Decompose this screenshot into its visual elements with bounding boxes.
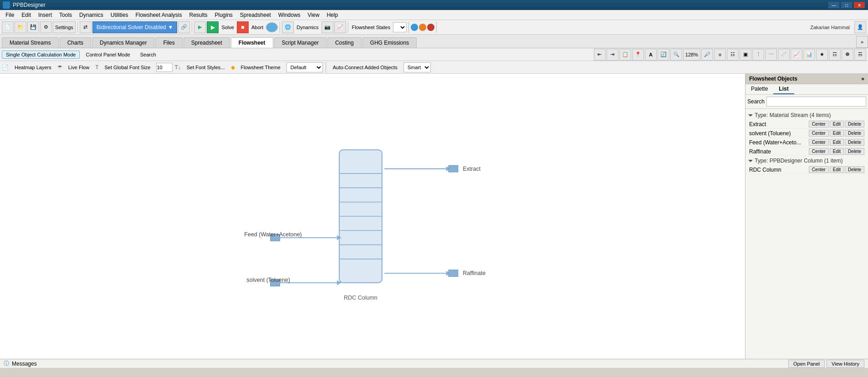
tb-icon-copy[interactable]: 📋: [619, 49, 631, 61]
tb-icon-misc2[interactable]: ☸: [842, 49, 853, 61]
heatmap-layers-btn[interactable]: Heatmap Layers: [10, 63, 56, 71]
fs-extract-delete-btn[interactable]: Delete: [845, 121, 864, 127]
open-panel-button[interactable]: Open Panel: [788, 360, 825, 368]
fsobjects-search-input[interactable]: [766, 97, 866, 107]
menu-plugins[interactable]: Plugins: [211, 11, 236, 19]
fsobjects-tab-list[interactable]: List: [773, 84, 794, 94]
tb-icon-zoom-in[interactable]: 🔍: [670, 49, 682, 61]
tb-icon-align1[interactable]: ⋮: [752, 49, 764, 61]
tb-save[interactable]: 💾: [27, 21, 39, 33]
tb-camera[interactable]: 📷: [322, 21, 333, 33]
fs-raffinate-edit-btn[interactable]: Edit: [830, 148, 844, 155]
font-size-input[interactable]: [156, 63, 173, 72]
tb-settings-label[interactable]: Settings: [53, 21, 76, 33]
tb-icon-box[interactable]: ▣: [740, 49, 751, 61]
flowsheet-states-dropdown[interactable]: [393, 22, 407, 32]
fs-rdc-center-btn[interactable]: Center: [809, 166, 829, 173]
maximize-button[interactable]: □: [841, 1, 853, 9]
tb-bidirectional-icon[interactable]: ⇄: [80, 21, 92, 33]
fs-solvent-delete-btn[interactable]: Delete: [845, 130, 864, 137]
menu-help[interactable]: Help: [323, 11, 342, 19]
material-stream-type-header[interactable]: Type: Material Stream (4 items): [747, 111, 866, 120]
close-button[interactable]: ✕: [853, 1, 865, 9]
fsobjects-tab-palette[interactable]: Palette: [745, 84, 773, 94]
single-object-mode-btn[interactable]: Single Object Calculation Mode: [2, 51, 80, 59]
fs-extract-edit-btn[interactable]: Edit: [830, 121, 844, 127]
fs-solvent-edit-btn[interactable]: Edit: [830, 130, 844, 137]
solver-button[interactable]: Bidirectional Solver Disabled ▼: [92, 21, 178, 33]
fsobjects-collapse-btn[interactable]: »: [861, 76, 864, 82]
tb-icon-misc1[interactable]: ☶: [829, 49, 841, 61]
tab-ghg-emissions[interactable]: GHG Emissions: [363, 37, 417, 48]
menu-windows[interactable]: Windows: [275, 11, 304, 19]
tab-dynamics-manager[interactable]: Dynamics Manager: [92, 37, 154, 48]
flowsheet-canvas[interactable]: RDC Column Feed (Water+Acetone) solvent …: [0, 74, 745, 359]
tb-icon-align2[interactable]: ⋯: [765, 49, 777, 61]
set-global-font-size-btn[interactable]: Set Global Font Size: [101, 63, 155, 71]
set-font-styles-btn[interactable]: Set Font Styles...: [183, 63, 229, 71]
tab-charts[interactable]: Charts: [60, 37, 91, 48]
tab-expand-icon[interactable]: »: [856, 36, 868, 48]
menu-results[interactable]: Results: [185, 11, 211, 19]
tb-icon-chart2[interactable]: 📈: [791, 49, 802, 61]
menu-dynamics[interactable]: Dynamics: [76, 11, 107, 19]
menu-file[interactable]: File: [2, 11, 18, 19]
menu-edit[interactable]: Edit: [18, 11, 35, 19]
control-panel-mode-btn[interactable]: Control Panel Mode: [82, 51, 134, 59]
tb-dynamics[interactable]: 🌐: [282, 21, 294, 33]
fs-feed-edit-btn[interactable]: Edit: [830, 139, 844, 146]
tab-material-streams[interactable]: Material Streams: [2, 37, 59, 48]
fs-feed-center-btn[interactable]: Center: [809, 139, 829, 146]
tb-run-icon[interactable]: ▶: [194, 21, 206, 33]
menu-view[interactable]: View: [304, 11, 323, 19]
search-mode-btn[interactable]: Search: [136, 51, 160, 59]
tb-chart[interactable]: 📈: [334, 21, 346, 33]
tb-font-b[interactable]: 🔄: [658, 49, 669, 61]
tb-icon-a1[interactable]: ⇤: [594, 49, 606, 61]
tb-icon-grid[interactable]: ☷: [727, 49, 739, 61]
fs-extract-center-btn[interactable]: Center: [809, 121, 829, 127]
view-history-button[interactable]: View History: [827, 360, 864, 368]
theme-dropdown[interactable]: Default: [286, 62, 323, 72]
tab-flowsheet[interactable]: Flowsheet: [231, 37, 273, 48]
ppbdesigner-type-header[interactable]: Type: PPBDesigner Column (1 item): [747, 156, 866, 165]
tb-icon-paste[interactable]: 📍: [632, 49, 644, 61]
tb-icon-a2[interactable]: ⇥: [607, 49, 618, 61]
flowsheet-theme-btn[interactable]: Flowsheet Theme: [237, 63, 285, 71]
tb-icon-bar[interactable]: 📊: [803, 49, 815, 61]
fs-feed-delete-btn[interactable]: Delete: [845, 139, 864, 146]
tb-user-icon[interactable]: 👤: [854, 21, 866, 33]
tb-open[interactable]: 📁: [15, 21, 26, 33]
tb-icon-star[interactable]: ★: [816, 49, 828, 61]
menu-utilities[interactable]: Utilities: [107, 11, 132, 19]
tb-link[interactable]: 🔗: [178, 21, 190, 33]
tb-new[interactable]: 📄: [2, 21, 14, 33]
tb-icon-align3[interactable]: ⋰: [778, 49, 790, 61]
menu-flowsheet-analysis[interactable]: Flowsheet Analysis: [132, 11, 185, 19]
tab-spreadsheet[interactable]: Spreadsheet: [184, 37, 230, 48]
auto-connect-dropdown[interactable]: Smart: [403, 62, 431, 72]
minimize-button[interactable]: —: [828, 1, 840, 9]
menu-spreadsheet[interactable]: Spreadsheet: [236, 11, 275, 19]
tab-files[interactable]: Files: [155, 37, 182, 48]
fs-rdc-delete-btn[interactable]: Delete: [845, 166, 864, 173]
tb-icon-zoom-out[interactable]: 🔎: [701, 49, 713, 61]
fs-raffinate-delete-btn[interactable]: Delete: [845, 148, 864, 155]
auto-connect-btn[interactable]: Auto-Connect Added Objects: [329, 63, 402, 71]
tb-font-a[interactable]: A: [645, 49, 657, 61]
solve-button[interactable]: ▶: [207, 21, 219, 33]
abort-button[interactable]: ■: [237, 21, 249, 33]
live-flow-btn[interactable]: Live Flow: [64, 63, 93, 71]
tb-circle1[interactable]: [266, 22, 278, 32]
menu-insert[interactable]: Insert: [35, 11, 56, 19]
tb-settings[interactable]: ⚙: [40, 21, 52, 33]
tab-costing[interactable]: Costing: [327, 37, 362, 48]
fs-raffinate-center-btn[interactable]: Center: [809, 148, 829, 155]
fs-solvent-center-btn[interactable]: Center: [809, 130, 829, 137]
tb-icon-fit[interactable]: ≡: [714, 49, 726, 61]
tb-icon-misc3[interactable]: ☴: [854, 49, 866, 61]
menu-tools[interactable]: Tools: [56, 11, 76, 19]
tab-script-manager[interactable]: Script Manager: [274, 37, 327, 48]
fs-rdc-edit-btn[interactable]: Edit: [830, 166, 844, 173]
fs-item-raffinate-buttons: Center Edit Delete: [809, 148, 864, 155]
